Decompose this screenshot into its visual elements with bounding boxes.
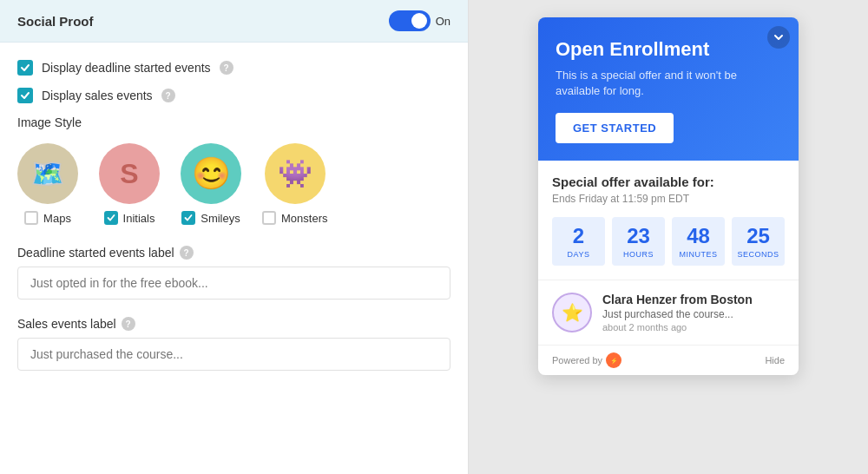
powered-by-text: Powered by [552,355,602,365]
initials-checkbox[interactable] [104,211,118,225]
deadline-info-icon[interactable]: ? [220,61,233,75]
countdown-days-unit: DAYS [556,250,602,259]
notification-time: about 2 months ago [602,322,753,332]
sales-checkbox-row: Display sales events ? [17,88,450,103]
monsters-checkbox[interactable] [262,211,276,225]
notification-content: Clara Henzer from Boston Just purchased … [602,293,753,332]
monsters-label: Monsters [281,212,327,225]
countdown-hours-value: 23 [615,226,661,247]
sales-field-label: Sales events label [17,317,116,331]
style-option-smileys: 😊 Smileys [181,143,241,225]
initials-label-row: Initials [104,211,155,225]
sales-field-info-icon[interactable]: ? [122,317,135,331]
countdown-seconds: 25 SECONDS [732,217,785,266]
smileys-checkbox[interactable] [181,211,195,225]
panel-header: Social Proof On [0,0,468,43]
maps-label: Maps [43,212,71,225]
style-option-initials: S Initials [99,143,160,225]
toggle-container: On [389,10,450,31]
widget-footer: Powered by ⚡ Hide [538,345,799,375]
deadline-field-info-icon[interactable]: ? [180,246,194,260]
deadline-field-input[interactable] [17,267,450,300]
sales-field-input[interactable] [17,338,450,371]
countdown-minutes-value: 48 [675,226,721,247]
countdown-minutes-unit: MINUTES [675,250,721,259]
widget-subtitle: This is a special offer and it won't be … [556,68,781,99]
sales-info-icon[interactable]: ? [161,89,175,102]
notification-action: Just purchased the course... [602,308,753,320]
powered-logo: ⚡ [606,352,621,368]
widget-collapse-button[interactable] [767,26,790,49]
sales-checkbox-label: Display sales events [42,89,153,102]
maps-circle: 🗺️ [17,143,78,204]
powered-by: Powered by ⚡ [552,352,621,368]
deadline-field-section: Deadline started events label ? [17,246,450,300]
right-panel: Open Enrollment This is a special offer … [469,0,868,474]
svg-text:⚡: ⚡ [610,357,618,365]
image-style-title: Image Style [17,115,450,129]
notification-avatar: ⭐ [552,293,592,332]
avatar-emoji: ⭐ [562,302,583,323]
countdown-minutes: 48 MINUTES [672,217,725,266]
widget-card: Open Enrollment This is a special offer … [538,17,799,375]
countdown-subtitle: Ends Friday at 11:59 pm EDT [552,193,785,205]
monsters-label-row: Monsters [262,211,327,225]
countdown-grid: 2 DAYS 23 HOURS 48 MINUTES 25 SECONDS [552,217,785,266]
sales-checkbox[interactable] [17,88,33,103]
smileys-label: Smileys [201,212,240,225]
initials-label: Initials [123,212,155,225]
widget-countdown: Special offer available for: Ends Friday… [538,161,799,280]
widget-notification: ⭐ Clara Henzer from Boston Just purchase… [538,280,799,345]
deadline-checkbox-label: Display deadline started events [42,61,211,75]
maps-checkbox[interactable] [24,211,38,225]
initials-circle: S [99,143,160,204]
sales-field-section: Sales events label ? [17,317,450,371]
monsters-circle: 👾 [265,143,326,204]
panel-title: Social Proof [17,14,94,29]
widget-header: Open Enrollment This is a special offer … [538,17,799,161]
settings-panel: Social Proof On Display deadline started… [0,0,469,474]
panel-body: Display deadline started events ? Displa… [0,43,468,405]
toggle-label: On [436,15,450,28]
deadline-checkbox-row: Display deadline started events ? [17,60,450,76]
deadline-field-label-row: Deadline started events label ? [17,246,450,260]
countdown-seconds-value: 25 [735,226,781,247]
main-toggle[interactable] [389,10,431,31]
deadline-field-label: Deadline started events label [17,246,174,260]
countdown-hours-unit: HOURS [615,250,661,259]
widget-title: Open Enrollment [556,38,781,61]
hide-button[interactable]: Hide [765,355,785,365]
notification-name: Clara Henzer from Boston [602,293,753,306]
countdown-title: Special offer available for: [552,174,785,189]
sales-field-label-row: Sales events label ? [17,317,450,331]
countdown-days-value: 2 [556,226,602,247]
style-option-monsters: 👾 Monsters [262,143,327,225]
style-option-maps: 🗺️ Maps [17,143,78,225]
maps-label-row: Maps [24,211,71,225]
smileys-label-row: Smileys [181,211,240,225]
countdown-seconds-unit: SECONDS [735,250,781,259]
widget-cta-button[interactable]: GET STARTED [556,113,674,143]
countdown-days: 2 DAYS [552,217,605,266]
smileys-circle: 😊 [181,143,241,204]
deadline-checkbox[interactable] [17,60,33,76]
image-style-grid: 🗺️ Maps S Initials [17,143,450,225]
countdown-hours: 23 HOURS [612,217,665,266]
